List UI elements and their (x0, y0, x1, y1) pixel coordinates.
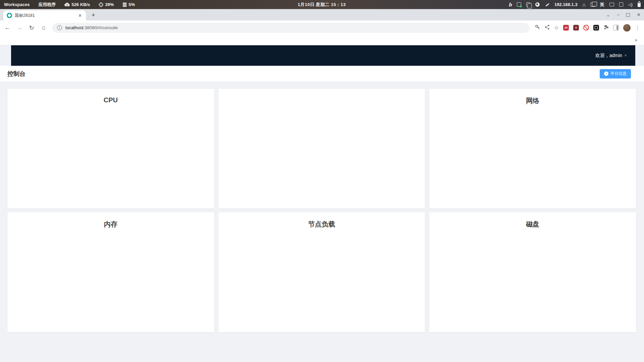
profile-avatar[interactable] (623, 24, 631, 32)
browser-tab[interactable]: 国标28181 ✕ (3, 10, 86, 20)
side-panel-icon[interactable] (613, 25, 619, 31)
tab-title: 国标28181 (15, 13, 75, 18)
cpu-chip-icon (99, 2, 103, 7)
welcome-user-menu[interactable]: 欢迎，admin˅ (595, 53, 635, 59)
disk-chart (429, 229, 635, 332)
disk-chart-title: 磁盘 (429, 212, 636, 229)
applications-button[interactable]: 应用程序 (38, 2, 56, 8)
home-tray-icon[interactable]: ⌂ (583, 2, 586, 7)
page-header: 控制台 i 平台信息 (0, 66, 644, 82)
address-bar[interactable]: i localhost:38080/#/console (52, 23, 530, 33)
windows-tray-icon[interactable] (591, 3, 595, 7)
browser-toolbar: ← → ↻ ⌂ i localhost:38080/#/console ☆ JS… (0, 20, 644, 35)
cpu-usage-indicator[interactable]: 39% (99, 2, 114, 7)
share-icon[interactable] (545, 24, 550, 31)
darkreader-extension-icon[interactable] (593, 25, 599, 31)
tab-search-chevron-icon[interactable]: ⌄ (606, 12, 610, 17)
tab-favicon (7, 13, 12, 18)
network-chart-title: 网络 (429, 89, 636, 106)
cloud-download-icon (64, 3, 70, 6)
system-top-bar: Workspaces 应用程序 526 KB/s 39% 5% 1月10日 星期… (0, 0, 644, 9)
bookmarks-overflow-chevron[interactable]: » (635, 37, 639, 43)
stats-panel (218, 89, 425, 208)
cup-extension-icon[interactable]: Y (573, 25, 579, 31)
volume-icon[interactable]: ◁) (628, 2, 633, 7)
close-window-button[interactable]: ✕ (637, 12, 641, 17)
bookmark-star-icon[interactable]: ☆ (554, 24, 559, 31)
forward-button[interactable]: → (16, 24, 23, 31)
url-host: localhost (65, 25, 83, 30)
screenshot-tray-icon[interactable] (517, 2, 521, 7)
minimize-button[interactable]: − (617, 12, 620, 17)
node-load-chart-title: 节点负载 (218, 212, 425, 229)
network-speed-indicator[interactable]: 526 KB/s (64, 2, 90, 7)
display-tray-icon[interactable] (609, 3, 614, 6)
memory-usage-indicator[interactable]: 5% (122, 2, 135, 7)
ip-address-indicator[interactable]: 192.168.1.3 (554, 2, 578, 7)
new-tab-button[interactable]: + (89, 10, 98, 20)
memory-chart-title: 内存 (7, 212, 214, 229)
browser-tab-strip: 国标28181 ✕ + ⌄ − ✕ (0, 9, 644, 20)
cpu-chart-title: CPU (7, 89, 214, 106)
device-tray-icon[interactable] (619, 2, 623, 7)
info-icon: i (604, 71, 608, 76)
network-chart (429, 106, 635, 206)
page-title: 控制台 (7, 70, 26, 78)
main-navbar: 欢迎，admin˅ (11, 45, 635, 66)
extensions-puzzle-icon[interactable] (603, 24, 609, 31)
dashboard-grid: CPU 网络 内存 节点负载 磁盘 (0, 82, 644, 362)
input-method-indicator[interactable]: 英 (600, 2, 604, 8)
browser-home-button[interactable]: ⌂ (40, 24, 47, 31)
js-extension-icon[interactable]: JS (563, 25, 569, 31)
memory-panel: 内存 (7, 212, 214, 332)
battery-icon (638, 2, 641, 7)
wvp-console-page: 欢迎，admin˅ 控制台 i 平台信息 CPU 网络 内存 (0, 45, 644, 362)
back-button[interactable]: ← (4, 24, 11, 31)
node-load-chart (218, 229, 424, 332)
clock-menu[interactable]: 1月10日 星期二 15：13 (135, 2, 508, 8)
workspaces-button[interactable]: Workspaces (4, 2, 30, 7)
bookmarks-bar: » (0, 35, 644, 45)
cpu-chart (7, 106, 213, 206)
node-load-panel: 节点负载 (218, 212, 425, 332)
reload-button[interactable]: ↻ (28, 24, 35, 32)
cpu-panel: CPU (7, 89, 214, 208)
site-info-icon[interactable]: i (57, 25, 62, 30)
tab-close-icon[interactable]: ✕ (78, 13, 83, 18)
url-path: :38080/#/console (83, 25, 118, 30)
app-tray-icon[interactable] (535, 2, 540, 7)
restore-button[interactable] (626, 13, 630, 17)
screen: Workspaces 应用程序 526 KB/s 39% 5% 1月10日 星期… (0, 0, 644, 362)
disk-panel: 磁盘 (429, 212, 636, 332)
chevron-down-icon: ˅ (625, 54, 627, 57)
clipboard-tray-icon[interactable] (526, 2, 530, 7)
memory-icon (122, 2, 127, 7)
memory-chart (7, 229, 213, 330)
platform-info-button[interactable]: i 平台信息 (600, 69, 631, 79)
network-panel: 网络 (429, 89, 636, 208)
nav-row: 欢迎，admin˅ (0, 45, 644, 66)
pen-tray-icon[interactable] (545, 2, 549, 7)
bing-tray-icon[interactable]: b (508, 2, 512, 7)
password-key-icon[interactable] (535, 24, 540, 31)
browser-menu-icon[interactable]: ⋮ (635, 25, 640, 31)
adblock-extension-icon[interactable] (583, 25, 589, 31)
